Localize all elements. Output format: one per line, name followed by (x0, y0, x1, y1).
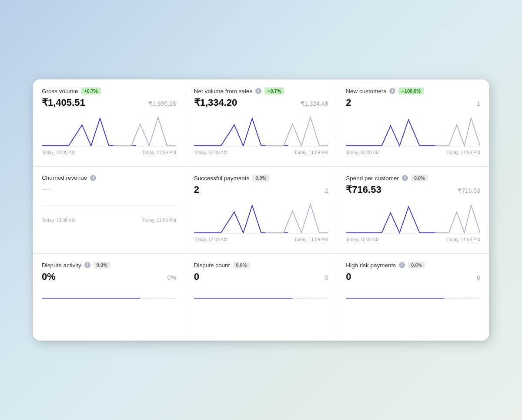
churned-revenue-timestamps: Today, 12:00 AM Today, 11:59 PM (42, 218, 176, 223)
gross-volume-main-value: ₹1,405.51 (42, 97, 85, 108)
metric-cell-dispute-count: Dispute count 0.0% 0 0 (185, 254, 338, 341)
new-customers-chart: Today, 12:00 AM Today, 11:59 PM (346, 112, 480, 160)
high-risk-payments-main-value: 0 (346, 271, 351, 282)
gross-volume-compare-value: ₹1,395.28 (148, 100, 176, 107)
dispute-count-chart (194, 286, 328, 334)
spend-per-customer-chart: Today, 12:00 AM Today, 11:59 PM (346, 199, 480, 247)
net-volume-badge: +0.7% (264, 87, 284, 94)
net-volume-main-value: ₹1,334.20 (194, 97, 238, 108)
high-risk-payments-values: 0 0 (346, 271, 480, 282)
dispute-count-title: Dispute count (194, 262, 230, 269)
new-customers-timestamps: Today, 12:00 AM Today, 11:59 PM (346, 150, 480, 155)
successful-payments-main-value: 2 (194, 184, 199, 195)
successful-payments-time-start: Today, 12:00 AM (194, 237, 228, 242)
dispute-activity-title: Dispute activity (42, 262, 81, 269)
net-volume-compare-value: ₹1,324.48 (301, 100, 328, 107)
spend-per-customer-time-start: Today, 12:00 AM (346, 237, 379, 242)
metric-cell-successful-payments: Successful payments 0.0% 2 2 Today, 12:0… (185, 167, 338, 254)
metric-cell-gross-volume: Gross volume +0.7% ₹1,405.51 ₹1,395.28 T… (33, 80, 185, 167)
dispute-activity-compare-value: 0% (167, 274, 176, 281)
metric-cell-high-risk-payments: High risk payments i 0.0% 0 0 (337, 254, 489, 341)
metric-cell-dispute-activity: Dispute activity i 0.0% 0% 0% (33, 254, 185, 341)
net-volume-title: Net volume from sales (194, 88, 252, 94)
dispute-activity-main-value: 0% (42, 271, 56, 282)
net-volume-chart: Today, 12:00 AM Today, 11:59 PM (194, 112, 328, 160)
gross-volume-badge: +0.7% (81, 87, 101, 94)
net-volume-info-icon[interactable]: i (255, 88, 261, 94)
dashboard-card: Gross volume +0.7% ₹1,405.51 ₹1,395.28 T… (33, 79, 489, 341)
metric-cell-new-customers: New customers i +100.0% 2 1 Today, 12:00… (337, 80, 489, 167)
net-volume-time-start: Today, 12:00 AM (194, 150, 228, 155)
successful-payments-chart: Today, 12:00 AM Today, 11:59 PM (194, 199, 328, 247)
new-customers-time-start: Today, 12:00 AM (346, 150, 379, 155)
high-risk-payments-header: High risk payments i 0.0% (346, 262, 480, 269)
high-risk-payments-badge: 0.0% (408, 262, 425, 269)
successful-payments-header: Successful payments 0.0% (194, 175, 328, 181)
net-volume-time-end: Today, 11:59 PM (294, 150, 328, 155)
dispute-activity-header: Dispute activity i 0.0% (42, 262, 176, 269)
spend-per-customer-title: Spend per customer (346, 175, 399, 181)
spend-per-customer-header: Spend per customer i 0.0% (346, 175, 480, 181)
new-customers-title: New customers (346, 88, 386, 94)
dispute-activity-badge: 0.0% (94, 262, 110, 269)
gross-volume-values: ₹1,405.51 ₹1,395.28 (42, 97, 176, 108)
metrics-grid: Gross volume +0.7% ₹1,405.51 ₹1,395.28 T… (33, 79, 489, 341)
churned-revenue-values: — (42, 184, 176, 194)
dispute-count-main-value: 0 (194, 271, 199, 282)
new-customers-header: New customers i +100.0% (346, 87, 480, 94)
gross-volume-time-end: Today, 11:59 PM (142, 150, 176, 155)
metric-cell-churned-revenue: Churned revenue i — Today, 12:00 AM Toda… (33, 167, 185, 254)
spend-per-customer-time-end: Today, 11:59 PM (446, 237, 480, 242)
net-volume-timestamps: Today, 12:00 AM Today, 11:59 PM (194, 150, 328, 155)
spend-per-customer-timestamps: Today, 12:00 AM Today, 11:59 PM (346, 237, 480, 242)
successful-payments-values: 2 2 (194, 184, 328, 195)
gross-volume-time-start: Today, 12:00 AM (42, 150, 75, 155)
spend-per-customer-badge: 0.0% (411, 175, 428, 181)
new-customers-time-end: Today, 11:59 PM (446, 150, 480, 155)
gross-volume-header: Gross volume +0.7% (42, 87, 176, 94)
gross-volume-title: Gross volume (42, 88, 78, 94)
successful-payments-time-end: Today, 11:59 PM (294, 237, 328, 242)
successful-payments-badge: 0.0% (252, 175, 269, 181)
spend-per-customer-main-value: ₹716.53 (346, 184, 381, 195)
spend-per-customer-info-icon[interactable]: i (402, 175, 408, 181)
successful-payments-title: Successful payments (194, 175, 250, 181)
churned-revenue-title: Churned revenue (42, 175, 87, 181)
spend-per-customer-values: ₹716.53 ₹716.53 (346, 184, 480, 195)
dispute-activity-info-icon[interactable]: i (84, 262, 90, 268)
dispute-count-compare-value: 0 (325, 274, 328, 281)
gross-volume-chart: Today, 12:00 AM Today, 11:59 PM (42, 112, 176, 160)
successful-payments-compare-value: 2 (325, 187, 328, 194)
new-customers-badge: +100.0% (398, 87, 424, 94)
successful-payments-timestamps: Today, 12:00 AM Today, 11:59 PM (194, 237, 328, 242)
churned-revenue-main-value: — (42, 184, 50, 194)
metric-cell-spend-per-customer: Spend per customer i 0.0% ₹716.53 ₹716.5… (337, 167, 489, 254)
new-customers-info-icon[interactable]: i (389, 88, 395, 94)
gross-volume-timestamps: Today, 12:00 AM Today, 11:59 PM (42, 150, 176, 155)
churned-revenue-header: Churned revenue i (42, 175, 176, 181)
dispute-count-values: 0 0 (194, 271, 328, 282)
spend-per-customer-compare-value: ₹716.53 (458, 187, 480, 194)
churned-revenue-time-end: Today, 11:59 PM (142, 218, 176, 223)
high-risk-payments-compare-value: 0 (477, 274, 480, 281)
dispute-activity-values: 0% 0% (42, 271, 176, 282)
high-risk-payments-title: High risk payments (346, 262, 396, 269)
dispute-count-header: Dispute count 0.0% (194, 262, 328, 269)
dispute-activity-chart (42, 286, 176, 334)
churned-revenue-chart: Today, 12:00 AM Today, 11:59 PM (42, 197, 176, 247)
high-risk-payments-info-icon[interactable]: i (399, 262, 405, 268)
net-volume-values: ₹1,334.20 ₹1,324.48 (194, 97, 328, 108)
new-customers-main-value: 2 (346, 97, 351, 108)
net-volume-header: Net volume from sales i +0.7% (194, 87, 328, 94)
churned-revenue-info-icon[interactable]: i (90, 175, 96, 181)
new-customers-values: 2 1 (346, 97, 480, 108)
dispute-count-badge: 0.0% (233, 262, 250, 269)
high-risk-payments-chart (346, 286, 480, 334)
new-customers-compare-value: 1 (477, 100, 480, 107)
churned-revenue-time-start: Today, 12:00 AM (42, 218, 75, 223)
metric-cell-net-volume: Net volume from sales i +0.7% ₹1,334.20 … (185, 80, 338, 167)
